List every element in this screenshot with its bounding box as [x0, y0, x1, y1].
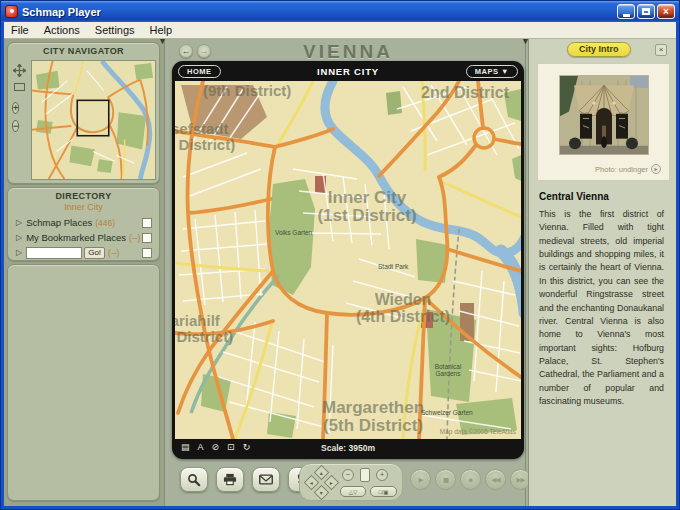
city-navigator-panel: CITY NAVIGATOR + −	[7, 42, 160, 184]
schmap-places-label: Schmap Places	[26, 217, 92, 228]
pan-down-button[interactable]: ▾	[314, 485, 330, 501]
district-label-1st: Inner City(1st District)	[267, 189, 467, 226]
tilt-toggle-button[interactable]: △▽	[340, 486, 366, 497]
pan-pad: ▴ ◂ ▸ ▾	[305, 466, 339, 500]
schmap-places-checkbox[interactable]	[142, 218, 152, 228]
main-area: CITY NAVIGATOR + −	[4, 39, 676, 506]
menu-settings[interactable]: Settings	[95, 24, 135, 36]
directory-row-bookmarked[interactable]: ▷ My Bookmarked Places (--)	[16, 231, 152, 244]
title-bar[interactable]: Schmap Player ×	[1, 1, 679, 22]
chevron-down-icon: ▼	[501, 67, 509, 76]
expand-triangle-icon[interactable]: ▷	[16, 248, 22, 257]
district-label-4th: Wieden(4th District)	[333, 291, 473, 326]
park-label-botanical-gardens: Botanical Gardens	[427, 363, 469, 378]
zoom-in-button[interactable]: +	[376, 469, 388, 481]
search-button[interactable]	[180, 467, 208, 492]
minimap[interactable]	[31, 60, 156, 180]
menu-file[interactable]: File	[11, 24, 29, 36]
directory-row-search[interactable]: ▷ Go! (--)	[16, 246, 152, 259]
expand-triangle-icon[interactable]: ▷	[16, 233, 22, 242]
map-footer: Scale: 3950m ▤ A ⊘ ⊡ ↻	[172, 439, 524, 459]
go-button[interactable]: Go!	[84, 247, 105, 259]
close-icon: ×	[663, 6, 669, 17]
stop-button[interactable]: ■	[460, 469, 481, 490]
email-button[interactable]	[252, 467, 280, 492]
bookmarked-checkbox[interactable]	[142, 233, 152, 243]
left-sidebar: CITY NAVIGATOR + −	[4, 39, 164, 506]
directory-search-input[interactable]	[26, 247, 82, 259]
frame-icon[interactable]: ⊡	[227, 442, 235, 452]
pan-up-icon: ▴	[320, 469, 323, 475]
district-label-6th: Mariahilf(6th District)	[175, 313, 235, 345]
ruler-icon[interactable]: ▤	[181, 442, 190, 452]
left-splitter-handle-icon[interactable]: ▼	[158, 39, 167, 46]
center-column: ← → VIENNA INNER CITY HOME MAPS ▼	[168, 39, 528, 506]
city-photo[interactable]	[559, 75, 649, 155]
compass-icon[interactable]: ⊘	[212, 442, 220, 452]
maps-dropdown-button[interactable]: MAPS ▼	[466, 65, 518, 78]
search-count: (--)	[108, 248, 119, 258]
schmap-places-count: (446)	[95, 218, 115, 228]
map-control-cluster: ▴ ◂ ▸ ▾ − + △▽ □/▣	[299, 463, 403, 501]
minimize-button[interactable]	[617, 4, 635, 19]
park-label-stadtpark: Stadt Park	[378, 263, 408, 270]
print-button[interactable]	[216, 467, 244, 492]
directory-panel: DIRECTORY Inner City ▷ Schmap Places (44…	[7, 187, 160, 261]
minimap-zoom-out-button[interactable]: −	[12, 120, 19, 132]
photo-card: Photo: undinger ▸	[537, 63, 670, 181]
bookmarked-count: (--)	[129, 233, 140, 243]
menu-actions[interactable]: Actions	[44, 24, 80, 36]
city-title: VIENNA	[168, 41, 528, 63]
map-header: INNER CITY HOME MAPS ▼	[172, 61, 524, 81]
pause-button[interactable]: ▮▮	[435, 469, 456, 490]
intro-body: This is the first district of Vienna. Fi…	[539, 208, 664, 408]
menu-help[interactable]: Help	[150, 24, 173, 36]
bookmarked-label: My Bookmarked Places	[26, 232, 126, 243]
select-region-tool-icon[interactable]	[12, 80, 26, 94]
close-button[interactable]: ×	[657, 4, 675, 19]
map-copyright: Map data ©2005 TeleAtlas	[440, 428, 516, 435]
pan-left-icon: ◂	[310, 479, 313, 485]
home-button[interactable]: HOME	[178, 65, 221, 78]
zoom-out-button[interactable]: −	[342, 469, 354, 481]
sidebar-empty-panel	[7, 264, 160, 501]
panel-close-button[interactable]: ×	[655, 44, 667, 56]
pan-down-icon: ▾	[320, 489, 323, 495]
city-intro-tab[interactable]: City Intro	[567, 42, 631, 57]
park-label-schweizer-garten: Schweizer Garten	[421, 409, 473, 416]
map-canvas[interactable]: (9th District) 2nd District Josefstadt(8…	[175, 81, 521, 439]
zoom-slider[interactable]	[360, 468, 370, 482]
photo-credit-row: Photo: undinger ▸	[595, 164, 661, 174]
minimize-icon	[623, 14, 630, 17]
left-splitter[interactable]	[164, 39, 167, 506]
info-panel: City Intro ×	[528, 39, 676, 506]
maximize-icon	[642, 8, 650, 15]
pan-right-icon: ▸	[330, 479, 333, 485]
aspect-toggle-button[interactable]: □/▣	[370, 486, 397, 497]
navigator-tools: + −	[12, 63, 27, 133]
printer-icon	[223, 473, 237, 486]
app-logo-icon	[5, 5, 18, 18]
expand-triangle-icon[interactable]: ▷	[16, 218, 22, 227]
photo-credit: Photo: undinger	[595, 165, 648, 174]
menu-bar: File Actions Settings Help	[4, 22, 676, 39]
rotate-icon[interactable]: ↻	[243, 442, 251, 452]
district-label-2nd: 2nd District	[421, 84, 509, 101]
photo-more-icon[interactable]: ▸	[651, 164, 661, 174]
pan-right-button[interactable]: ▸	[324, 475, 340, 491]
labels-toggle-icon[interactable]: A	[198, 442, 204, 452]
directory-row-schmap-places[interactable]: ▷ Schmap Places (446)	[16, 216, 152, 229]
search-checkbox[interactable]	[142, 248, 152, 258]
minimap-zoom-in-button[interactable]: +	[12, 102, 19, 114]
schmap-player-window: Schmap Player × File Actions Settings He…	[0, 0, 680, 510]
envelope-icon	[259, 474, 273, 485]
pan-tool-icon[interactable]	[12, 63, 26, 77]
intro-heading: Central Vienna	[539, 191, 609, 202]
play-button[interactable]: ▶	[410, 469, 431, 490]
directory-title: DIRECTORY	[8, 188, 159, 201]
maximize-button[interactable]	[637, 4, 655, 19]
district-label-8th: Josefstadt(8th District)	[175, 121, 237, 153]
window-title: Schmap Player	[22, 6, 615, 18]
park-label-volksgarten: Volks Garten	[275, 229, 312, 236]
rewind-button[interactable]: ◀◀	[485, 469, 506, 490]
